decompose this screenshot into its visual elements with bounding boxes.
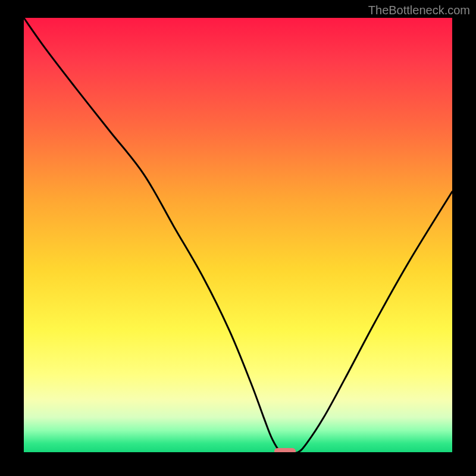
optimal-marker — [274, 448, 296, 452]
plot-area — [24, 18, 452, 452]
curve-svg — [24, 18, 452, 452]
bottleneck-curve — [24, 18, 452, 452]
watermark-text: TheBottleneck.com — [368, 4, 470, 17]
